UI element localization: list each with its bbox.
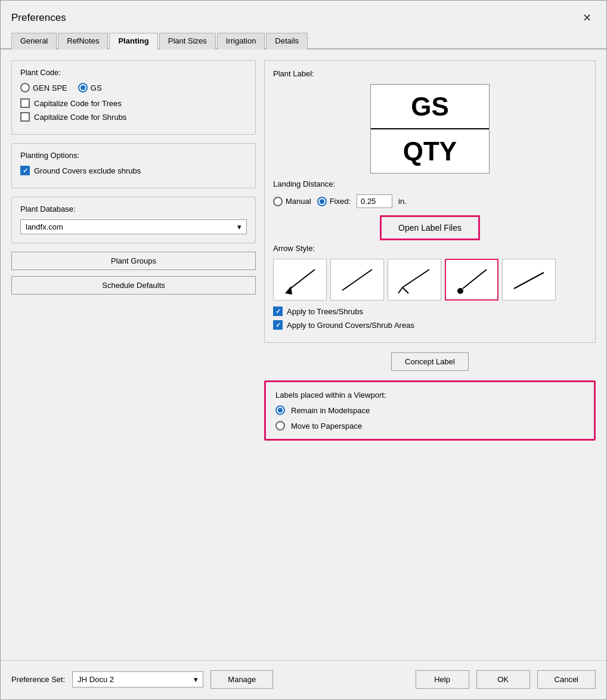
bottom-bar: Preference Set: JH Docu 2 ▾ Manage Help … xyxy=(1,660,606,699)
radio-move-paperspace-circle xyxy=(275,421,285,430)
checkbox-ground-covers-label: Ground Covers exclude shrubs xyxy=(34,166,141,175)
preferences-dialog: Preferences ✕ General RefNotes Planting … xyxy=(0,0,607,700)
arrow-style-0[interactable] xyxy=(273,259,327,301)
arrow-4-icon xyxy=(508,264,550,296)
arrow-style-2[interactable] xyxy=(388,259,441,301)
checkbox-apply-trees-shrubs-label: Apply to Trees/Shrubs xyxy=(287,307,363,316)
help-button[interactable]: Help xyxy=(416,670,469,689)
pref-set-label: Preference Set: xyxy=(11,675,65,684)
radio-fixed-circle xyxy=(317,197,327,206)
radio-remain-modelspace-label: Remain in Modelspace xyxy=(291,406,370,415)
radio-fixed-label: Fixed: xyxy=(330,197,351,206)
dialog-title: Preferences xyxy=(11,12,66,24)
plant-label-preview: GS QTY xyxy=(370,84,490,174)
svg-line-4 xyxy=(398,287,402,293)
tab-planting[interactable]: Planting xyxy=(109,33,157,49)
radio-move-paperspace[interactable]: Move to Paperspace xyxy=(275,421,584,430)
left-column: Plant Code: GEN SPE GS Capitalize Code f… xyxy=(11,60,256,660)
checkbox-apply-ground-covers[interactable]: Apply to Ground Covers/Shrub Areas xyxy=(273,320,587,330)
tab-details[interactable]: Details xyxy=(266,33,308,49)
svg-line-3 xyxy=(402,270,429,287)
plant-label-title: Plant Label: xyxy=(273,69,587,78)
checkbox-capitalize-trees-box xyxy=(20,98,30,108)
tab-refnotes[interactable]: RefNotes xyxy=(58,33,108,49)
radio-manual-label: Manual xyxy=(286,197,311,206)
radio-gs[interactable]: GS xyxy=(78,83,102,92)
radio-gs-circle xyxy=(78,83,88,92)
close-button[interactable]: ✕ xyxy=(578,9,596,27)
arrow-style-title: Arrow Style: xyxy=(273,244,587,253)
radio-gen-spe-label: GEN SPE xyxy=(33,83,67,92)
svg-line-2 xyxy=(342,270,372,290)
checkbox-capitalize-shrubs-label: Capitalize Code for Shrubs xyxy=(34,113,126,122)
svg-line-6 xyxy=(463,270,487,289)
arrow-0-icon xyxy=(279,264,321,296)
landing-distance-input[interactable]: 0.25 xyxy=(357,194,392,208)
radio-manual-circle xyxy=(273,197,283,206)
plant-database-title: Plant Database: xyxy=(20,205,247,213)
arrow-2-icon xyxy=(394,264,435,296)
checkbox-apply-ground-covers-box xyxy=(273,320,283,330)
tab-general[interactable]: General xyxy=(11,33,57,49)
right-column: Plant Label: GS QTY Landing Distance: Ma… xyxy=(264,60,596,660)
svg-line-0 xyxy=(288,270,315,290)
checkbox-apply-trees-shrubs-box xyxy=(273,306,283,316)
plant-database-panel: Plant Database: landfx.com ▾ xyxy=(11,197,256,243)
arrow-styles-row xyxy=(273,259,587,301)
open-label-files-container: Open Label Files xyxy=(273,215,587,240)
planting-options-panel: Planting Options: Ground Covers exclude … xyxy=(11,143,256,188)
left-buttons: Plant Groups Schedule Defaults xyxy=(11,252,256,295)
arrow-1-icon xyxy=(336,264,378,296)
planting-options-title: Planting Options: xyxy=(20,151,247,160)
viewport-panel: Labels placed within a Viewport: Remain … xyxy=(264,380,596,441)
main-content: Plant Code: GEN SPE GS Capitalize Code f… xyxy=(1,49,606,660)
svg-line-8 xyxy=(514,272,544,289)
plant-groups-button[interactable]: Plant Groups xyxy=(11,252,256,270)
radio-remain-modelspace[interactable]: Remain in Modelspace xyxy=(275,405,584,415)
plant-code-panel: Plant Code: GEN SPE GS Capitalize Code f… xyxy=(11,60,256,135)
radio-gen-spe[interactable]: GEN SPE xyxy=(20,83,67,92)
radio-remain-modelspace-circle xyxy=(275,405,285,415)
cancel-button[interactable]: Cancel xyxy=(537,670,596,689)
checkbox-capitalize-trees-label: Capitalize Code for Trees xyxy=(34,99,122,108)
plant-code-title: Plant Code: xyxy=(20,68,247,77)
landing-distance-row: Manual Fixed: 0.25 in. xyxy=(273,194,587,208)
dropdown-arrow-icon: ▾ xyxy=(237,222,241,231)
pref-set-dropdown[interactable]: JH Docu 2 ▾ xyxy=(72,671,203,687)
checkbox-capitalize-shrubs-box xyxy=(20,112,30,122)
tab-irrigation[interactable]: Irrigation xyxy=(217,33,265,49)
plant-code-radio-row: GEN SPE GS xyxy=(20,83,247,92)
plant-label-top-text: GS xyxy=(371,85,489,129)
radio-move-paperspace-label: Move to Paperspace xyxy=(291,422,362,430)
arrow-style-4[interactable] xyxy=(502,259,556,301)
svg-point-7 xyxy=(457,288,463,294)
checkbox-capitalize-trees[interactable]: Capitalize Code for Trees xyxy=(20,98,247,108)
svg-marker-1 xyxy=(285,286,292,295)
title-bar: Preferences ✕ xyxy=(1,1,606,32)
radio-fixed[interactable]: Fixed: xyxy=(317,197,351,206)
radio-manual[interactable]: Manual xyxy=(273,197,311,206)
plant-database-dropdown[interactable]: landfx.com ▾ xyxy=(20,219,247,234)
concept-label-button[interactable]: Concept Label xyxy=(391,352,469,371)
viewport-title: Labels placed within a Viewport: xyxy=(275,391,584,399)
checkbox-apply-trees-shrubs[interactable]: Apply to Trees/Shrubs xyxy=(273,306,587,316)
landing-distance-title: Landing Distance: xyxy=(273,179,587,188)
tabs-row: General RefNotes Planting Plant Sizes Ir… xyxy=(1,32,606,49)
arrow-style-3[interactable] xyxy=(445,259,498,301)
landing-distance-unit: in. xyxy=(398,197,407,206)
checkbox-ground-covers-box xyxy=(20,166,30,175)
schedule-defaults-button[interactable]: Schedule Defaults xyxy=(11,276,256,295)
tab-plant-sizes[interactable]: Plant Sizes xyxy=(159,33,216,49)
checkbox-ground-covers[interactable]: Ground Covers exclude shrubs xyxy=(20,166,247,175)
pref-set-value: JH Docu 2 xyxy=(78,675,114,684)
ok-button[interactable]: OK xyxy=(476,670,530,689)
open-label-files-button[interactable]: Open Label Files xyxy=(380,215,480,240)
arrow-3-icon xyxy=(451,264,493,296)
manage-button[interactable]: Manage xyxy=(210,670,273,689)
pref-set-dropdown-arrow-icon: ▾ xyxy=(194,675,198,684)
concept-label-container: Concept Label xyxy=(264,352,596,371)
arrow-style-1[interactable] xyxy=(330,259,384,301)
radio-gen-spe-circle xyxy=(20,83,30,92)
checkbox-capitalize-shrubs[interactable]: Capitalize Code for Shrubs xyxy=(20,112,247,122)
svg-line-5 xyxy=(402,287,408,293)
